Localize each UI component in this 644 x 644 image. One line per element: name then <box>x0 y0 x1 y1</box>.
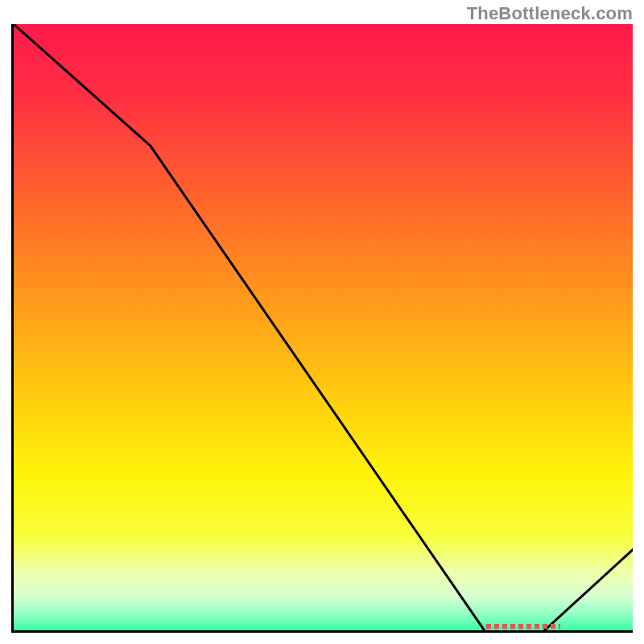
optimal-marker-band <box>486 624 561 629</box>
curve-line <box>14 24 633 633</box>
chart-container: TheBottleneck.com <box>0 0 644 644</box>
watermark-text: TheBottleneck.com <box>467 3 633 24</box>
plot-area <box>11 24 633 633</box>
